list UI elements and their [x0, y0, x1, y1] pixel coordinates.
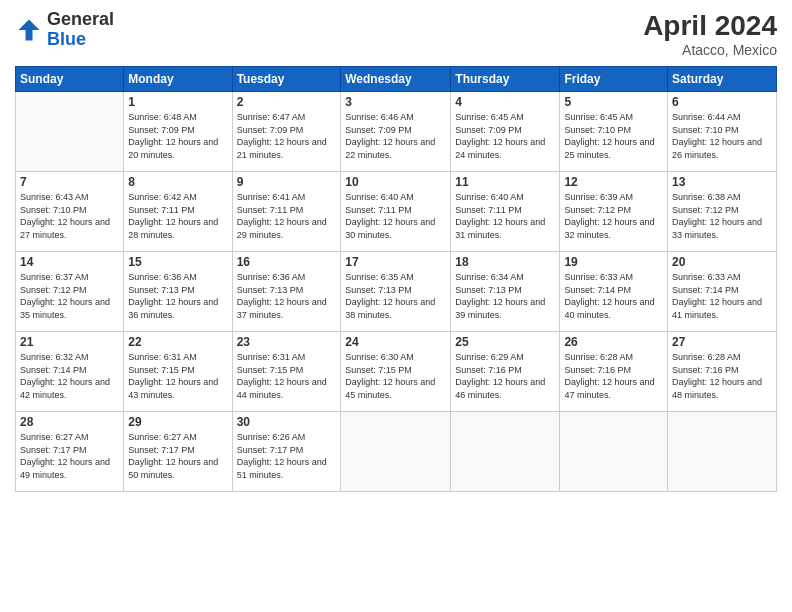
day-cell: 13Sunrise: 6:38 AMSunset: 7:12 PMDayligh…: [668, 172, 777, 252]
day-number: 24: [345, 335, 446, 349]
day-cell: 23Sunrise: 6:31 AMSunset: 7:15 PMDayligh…: [232, 332, 341, 412]
logo: General Blue: [15, 10, 114, 50]
day-cell: 29Sunrise: 6:27 AMSunset: 7:17 PMDayligh…: [124, 412, 232, 492]
day-number: 12: [564, 175, 663, 189]
page: General Blue April 2024 Atacco, Mexico S…: [0, 0, 792, 612]
day-number: 30: [237, 415, 337, 429]
week-row-1: 7Sunrise: 6:43 AMSunset: 7:10 PMDaylight…: [16, 172, 777, 252]
day-cell: 25Sunrise: 6:29 AMSunset: 7:16 PMDayligh…: [451, 332, 560, 412]
day-info: Sunrise: 6:41 AMSunset: 7:11 PMDaylight:…: [237, 191, 337, 241]
day-info: Sunrise: 6:36 AMSunset: 7:13 PMDaylight:…: [128, 271, 227, 321]
day-info: Sunrise: 6:43 AMSunset: 7:10 PMDaylight:…: [20, 191, 119, 241]
day-info: Sunrise: 6:26 AMSunset: 7:17 PMDaylight:…: [237, 431, 337, 481]
day-info: Sunrise: 6:45 AMSunset: 7:09 PMDaylight:…: [455, 111, 555, 161]
day-cell: 10Sunrise: 6:40 AMSunset: 7:11 PMDayligh…: [341, 172, 451, 252]
header-row: Sunday Monday Tuesday Wednesday Thursday…: [16, 67, 777, 92]
day-number: 7: [20, 175, 119, 189]
day-cell: 4Sunrise: 6:45 AMSunset: 7:09 PMDaylight…: [451, 92, 560, 172]
day-number: 2: [237, 95, 337, 109]
day-info: Sunrise: 6:42 AMSunset: 7:11 PMDaylight:…: [128, 191, 227, 241]
day-info: Sunrise: 6:46 AMSunset: 7:09 PMDaylight:…: [345, 111, 446, 161]
day-info: Sunrise: 6:28 AMSunset: 7:16 PMDaylight:…: [564, 351, 663, 401]
col-friday: Friday: [560, 67, 668, 92]
day-number: 28: [20, 415, 119, 429]
col-thursday: Thursday: [451, 67, 560, 92]
day-cell: 3Sunrise: 6:46 AMSunset: 7:09 PMDaylight…: [341, 92, 451, 172]
day-number: 29: [128, 415, 227, 429]
day-info: Sunrise: 6:37 AMSunset: 7:12 PMDaylight:…: [20, 271, 119, 321]
header: General Blue April 2024 Atacco, Mexico: [15, 10, 777, 58]
col-sunday: Sunday: [16, 67, 124, 92]
col-tuesday: Tuesday: [232, 67, 341, 92]
day-info: Sunrise: 6:36 AMSunset: 7:13 PMDaylight:…: [237, 271, 337, 321]
day-number: 23: [237, 335, 337, 349]
day-cell: 9Sunrise: 6:41 AMSunset: 7:11 PMDaylight…: [232, 172, 341, 252]
day-cell: 6Sunrise: 6:44 AMSunset: 7:10 PMDaylight…: [668, 92, 777, 172]
day-cell: 28Sunrise: 6:27 AMSunset: 7:17 PMDayligh…: [16, 412, 124, 492]
day-info: Sunrise: 6:47 AMSunset: 7:09 PMDaylight:…: [237, 111, 337, 161]
day-number: 18: [455, 255, 555, 269]
day-info: Sunrise: 6:32 AMSunset: 7:14 PMDaylight:…: [20, 351, 119, 401]
day-cell: [16, 92, 124, 172]
day-info: Sunrise: 6:30 AMSunset: 7:15 PMDaylight:…: [345, 351, 446, 401]
title-block: April 2024 Atacco, Mexico: [643, 10, 777, 58]
day-number: 25: [455, 335, 555, 349]
day-info: Sunrise: 6:34 AMSunset: 7:13 PMDaylight:…: [455, 271, 555, 321]
day-cell: 19Sunrise: 6:33 AMSunset: 7:14 PMDayligh…: [560, 252, 668, 332]
subtitle: Atacco, Mexico: [643, 42, 777, 58]
day-number: 16: [237, 255, 337, 269]
week-row-2: 14Sunrise: 6:37 AMSunset: 7:12 PMDayligh…: [16, 252, 777, 332]
day-info: Sunrise: 6:48 AMSunset: 7:09 PMDaylight:…: [128, 111, 227, 161]
week-row-0: 1Sunrise: 6:48 AMSunset: 7:09 PMDaylight…: [16, 92, 777, 172]
col-wednesday: Wednesday: [341, 67, 451, 92]
month-title: April 2024: [643, 10, 777, 42]
day-number: 20: [672, 255, 772, 269]
day-cell: 24Sunrise: 6:30 AMSunset: 7:15 PMDayligh…: [341, 332, 451, 412]
logo-icon: [15, 16, 43, 44]
day-number: 6: [672, 95, 772, 109]
svg-marker-0: [19, 19, 40, 40]
day-cell: 5Sunrise: 6:45 AMSunset: 7:10 PMDaylight…: [560, 92, 668, 172]
day-number: 15: [128, 255, 227, 269]
day-cell: 2Sunrise: 6:47 AMSunset: 7:09 PMDaylight…: [232, 92, 341, 172]
day-number: 14: [20, 255, 119, 269]
day-info: Sunrise: 6:33 AMSunset: 7:14 PMDaylight:…: [672, 271, 772, 321]
day-info: Sunrise: 6:31 AMSunset: 7:15 PMDaylight:…: [128, 351, 227, 401]
day-info: Sunrise: 6:45 AMSunset: 7:10 PMDaylight:…: [564, 111, 663, 161]
day-cell: 16Sunrise: 6:36 AMSunset: 7:13 PMDayligh…: [232, 252, 341, 332]
day-info: Sunrise: 6:31 AMSunset: 7:15 PMDaylight:…: [237, 351, 337, 401]
day-info: Sunrise: 6:28 AMSunset: 7:16 PMDaylight:…: [672, 351, 772, 401]
day-number: 9: [237, 175, 337, 189]
day-info: Sunrise: 6:39 AMSunset: 7:12 PMDaylight:…: [564, 191, 663, 241]
day-number: 17: [345, 255, 446, 269]
day-cell: [668, 412, 777, 492]
day-cell: 17Sunrise: 6:35 AMSunset: 7:13 PMDayligh…: [341, 252, 451, 332]
day-number: 26: [564, 335, 663, 349]
col-saturday: Saturday: [668, 67, 777, 92]
day-cell: 11Sunrise: 6:40 AMSunset: 7:11 PMDayligh…: [451, 172, 560, 252]
calendar-table: Sunday Monday Tuesday Wednesday Thursday…: [15, 66, 777, 492]
day-info: Sunrise: 6:40 AMSunset: 7:11 PMDaylight:…: [345, 191, 446, 241]
week-row-3: 21Sunrise: 6:32 AMSunset: 7:14 PMDayligh…: [16, 332, 777, 412]
week-row-4: 28Sunrise: 6:27 AMSunset: 7:17 PMDayligh…: [16, 412, 777, 492]
day-number: 22: [128, 335, 227, 349]
day-number: 8: [128, 175, 227, 189]
day-cell: [451, 412, 560, 492]
day-cell: 18Sunrise: 6:34 AMSunset: 7:13 PMDayligh…: [451, 252, 560, 332]
day-number: 4: [455, 95, 555, 109]
day-info: Sunrise: 6:27 AMSunset: 7:17 PMDaylight:…: [128, 431, 227, 481]
day-cell: 15Sunrise: 6:36 AMSunset: 7:13 PMDayligh…: [124, 252, 232, 332]
logo-general: General: [47, 9, 114, 29]
day-cell: 22Sunrise: 6:31 AMSunset: 7:15 PMDayligh…: [124, 332, 232, 412]
day-info: Sunrise: 6:35 AMSunset: 7:13 PMDaylight:…: [345, 271, 446, 321]
day-info: Sunrise: 6:40 AMSunset: 7:11 PMDaylight:…: [455, 191, 555, 241]
day-number: 19: [564, 255, 663, 269]
logo-text: General Blue: [47, 10, 114, 50]
day-cell: 8Sunrise: 6:42 AMSunset: 7:11 PMDaylight…: [124, 172, 232, 252]
day-number: 11: [455, 175, 555, 189]
day-number: 13: [672, 175, 772, 189]
day-cell: 7Sunrise: 6:43 AMSunset: 7:10 PMDaylight…: [16, 172, 124, 252]
day-number: 27: [672, 335, 772, 349]
day-info: Sunrise: 6:27 AMSunset: 7:17 PMDaylight:…: [20, 431, 119, 481]
day-info: Sunrise: 6:44 AMSunset: 7:10 PMDaylight:…: [672, 111, 772, 161]
